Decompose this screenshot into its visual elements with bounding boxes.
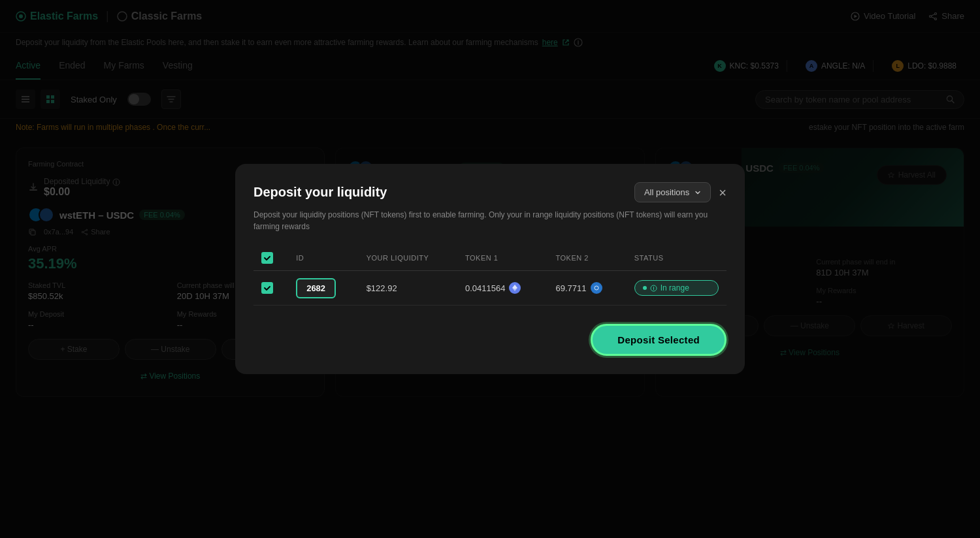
token2-amount: 69.7711 [556, 282, 619, 294]
row-check-icon [263, 284, 271, 292]
chevron-down-icon [694, 189, 701, 196]
modal-header-right: All positions × [634, 182, 727, 202]
in-range-dot [643, 286, 647, 290]
modal-overlay: Deposit your liquidity All positions × D… [0, 0, 980, 538]
row-id-cell: 2682 [288, 271, 358, 306]
positions-dropdown[interactable]: All positions [634, 182, 711, 202]
modal-title: Deposit your liquidity [253, 185, 387, 200]
row-liquidity-cell: $122.92 [359, 271, 457, 306]
header-id: ID [288, 245, 358, 271]
deposit-btn-wrapper: Deposit Selected [253, 324, 727, 356]
row-status-cell: In range [627, 271, 727, 306]
info-circle-icon [650, 285, 657, 292]
row-id: 2682 [296, 278, 336, 298]
row-checkbox-cell [253, 271, 288, 306]
eth-icon [512, 285, 517, 291]
usdc-token-dot [591, 282, 602, 294]
header-token1: TOKEN 1 [457, 245, 548, 271]
deposit-selected-btn[interactable]: Deposit Selected [591, 324, 727, 356]
header-liquidity: YOUR LIQUIDITY [359, 245, 457, 271]
row-checkbox[interactable] [261, 282, 273, 294]
table-header: ID YOUR LIQUIDITY TOKEN 1 TOKEN 2 STATUS [253, 245, 727, 271]
deposit-table: ID YOUR LIQUIDITY TOKEN 1 TOKEN 2 STATUS… [253, 245, 727, 306]
header-token2: TOKEN 2 [548, 245, 627, 271]
check-icon [263, 254, 271, 262]
deposit-modal: Deposit your liquidity All positions × D… [235, 164, 745, 374]
modal-subtitle: Deposit your liquidity positions (NFT to… [253, 209, 727, 232]
row-token2-cell: 69.7711 [548, 271, 627, 306]
usdc-icon [594, 285, 599, 291]
token1-amount: 0.0411564 [465, 282, 540, 294]
modal-header: Deposit your liquidity All positions × [253, 182, 727, 202]
table-row: 2682 $122.92 0.0411564 69.7711 [253, 271, 727, 306]
header-checkbox-col [253, 245, 288, 271]
header-status: STATUS [627, 245, 727, 271]
row-token1-cell: 0.0411564 [457, 271, 548, 306]
select-all-checkbox[interactable] [261, 252, 273, 264]
svg-point-30 [595, 286, 598, 290]
eth-token-dot [509, 282, 521, 294]
table-body: 2682 $122.92 0.0411564 69.7711 [253, 271, 727, 306]
close-modal-btn[interactable]: × [719, 186, 727, 199]
in-range-badge: In range [634, 280, 719, 296]
